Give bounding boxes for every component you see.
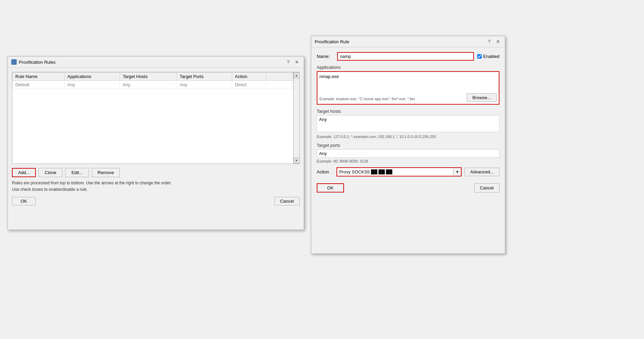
rules-table-wrapper: Rule Name Applications Target Hosts Targ…: [12, 72, 300, 164]
rule-title-text: Proxification Rule: [315, 39, 349, 44]
applications-section: Applications nmap.exe Example: iexplore.…: [317, 65, 499, 105]
applications-label: Applications: [317, 65, 499, 70]
cell-target-hosts: Any: [120, 81, 177, 89]
browse-button[interactable]: Browse...: [467, 93, 497, 102]
edit-button[interactable]: Edit...: [65, 168, 89, 177]
info-text: Rules are processed from top to bottom. …: [12, 180, 300, 193]
ok-cancel-row: OK Cancel: [12, 197, 300, 205]
enabled-label: Enabled: [483, 54, 499, 59]
rules-help-button[interactable]: ?: [285, 59, 291, 65]
cell-rule-name: Default: [13, 81, 65, 89]
name-input[interactable]: [337, 52, 474, 61]
rules-dialog: Proxification Rules ? ✕ Rule Name Applic…: [8, 56, 304, 230]
rules-content: Rule Name Applications Target Hosts Targ…: [8, 68, 304, 210]
action-dropdown-btn[interactable]: ▼: [453, 169, 461, 175]
col-action: Action: [232, 73, 266, 81]
rules-title-left: Proxification Rules: [11, 59, 56, 65]
add-button[interactable]: Add...: [12, 168, 36, 177]
applications-box: nmap.exe Example: iexplore.exe; "C:\some…: [317, 71, 499, 105]
rule-close-button[interactable]: ✕: [495, 38, 501, 45]
target-ports-example: Example: 80; 8000-9000; 3128: [317, 159, 499, 163]
rules-title-text: Proxification Rules: [19, 60, 56, 65]
rules-table-header: Rule Name Applications Target Hosts Targ…: [13, 73, 293, 81]
target-ports-label: Target ports: [317, 143, 499, 148]
col-target-hosts: Target Hosts: [120, 73, 177, 81]
rule-title-left: Proxification Rule: [315, 39, 349, 44]
action-buttons-row: Add... Clone Edit... Remove: [12, 168, 300, 177]
enabled-row: Enabled: [477, 54, 499, 59]
ok-button[interactable]: OK: [12, 197, 36, 205]
rule-help-button[interactable]: ?: [486, 38, 492, 45]
info-line1: Rules are processed from top to bottom. …: [12, 180, 300, 186]
col-rule-name: Rule Name: [13, 73, 65, 81]
clone-button[interactable]: Clone: [39, 168, 62, 177]
cell-extra: [266, 81, 293, 89]
table-row[interactable]: Default Any Any Any Direct: [13, 81, 293, 89]
rule-content: Name: Enabled Applications nmap.exe Exam…: [311, 47, 505, 197]
action-label: Action: [317, 169, 334, 174]
rules-table: Rule Name Applications Target Hosts Targ…: [12, 72, 293, 89]
action-row: Action ▼ Advanced...: [317, 167, 499, 176]
remove-button[interactable]: Remove: [92, 168, 120, 177]
cell-target-ports: Any: [177, 81, 232, 89]
advanced-button[interactable]: Advanced...: [464, 168, 499, 176]
rules-table-inner: Rule Name Applications Target Hosts Targ…: [12, 72, 293, 164]
cancel-button[interactable]: Cancel: [274, 197, 300, 205]
cell-action: Direct: [232, 81, 266, 89]
rule-ok-button[interactable]: OK: [317, 183, 344, 192]
target-ports-section: Target ports Example: 80; 8000-9000; 312…: [317, 143, 499, 163]
rule-titlebar: Proxification Rule ? ✕: [311, 36, 505, 47]
applications-textarea[interactable]: nmap.exe: [319, 74, 497, 91]
target-hosts-section: Target hosts Any Example: 127.0.0.1; *.e…: [317, 109, 499, 139]
target-hosts-textarea[interactable]: Any: [317, 115, 499, 132]
rules-title-icon: [11, 59, 17, 65]
info-line2: Use check boxes to enable/disable a rule…: [12, 186, 300, 193]
target-hosts-example: Example: 127.0.0.1; *.example.com; 192.1…: [317, 135, 499, 139]
rule-dialog: Proxification Rule ? ✕ Name: Enabled App…: [311, 36, 505, 254]
scroll-up-arrow[interactable]: ▲: [294, 72, 300, 78]
rules-close-button[interactable]: ✕: [294, 59, 300, 65]
col-extra: [266, 73, 293, 81]
col-target-ports: Target Ports: [177, 73, 232, 81]
rule-cancel-button[interactable]: Cancel: [474, 183, 499, 192]
rule-title-controls: ? ✕: [486, 38, 501, 45]
rules-titlebar: Proxification Rules ? ✕: [8, 57, 304, 68]
action-select[interactable]: [337, 168, 453, 176]
cell-applications: Any: [64, 81, 120, 89]
name-label: Name:: [317, 54, 334, 59]
rule-ok-cancel: OK Cancel: [317, 183, 499, 192]
name-row: Name: Enabled: [317, 52, 499, 61]
rules-title-controls: ? ✕: [285, 59, 300, 65]
col-applications: Applications: [64, 73, 120, 81]
target-ports-input[interactable]: [317, 149, 499, 158]
target-hosts-label: Target hosts: [317, 109, 499, 114]
action-select-wrapper: ▼: [336, 167, 462, 176]
applications-example: Example: iexplore.exe; "C:\some app.exe"…: [319, 97, 415, 101]
enabled-checkbox[interactable]: [477, 54, 482, 59]
scroll-down-arrow[interactable]: ▼: [294, 157, 300, 164]
scrollbar[interactable]: ▲ ▼: [293, 72, 299, 164]
